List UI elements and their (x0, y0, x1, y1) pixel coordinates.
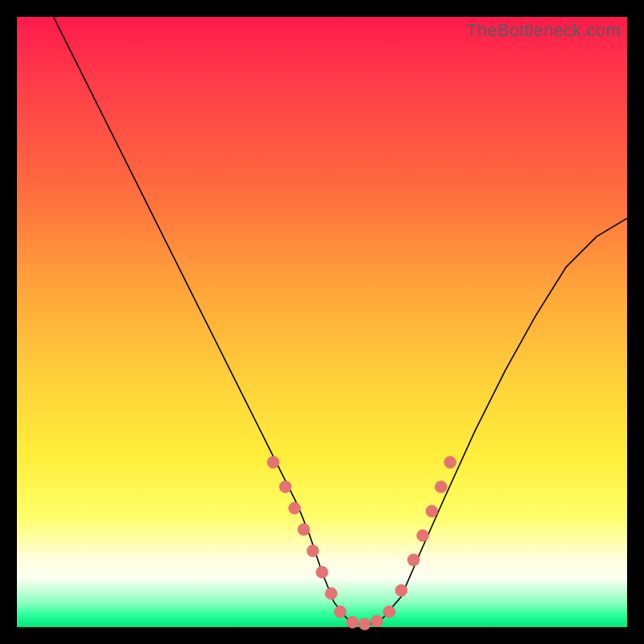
curve-marker (426, 506, 438, 518)
curve-markers (267, 456, 456, 630)
curve-marker (371, 615, 383, 627)
curve-marker (298, 523, 310, 535)
curve-marker (325, 588, 337, 600)
plot-area: TheBottleneck.com (17, 17, 627, 627)
curve-marker (267, 456, 279, 469)
chart-frame: TheBottleneck.com (0, 0, 644, 644)
curve-marker (346, 616, 358, 628)
curve-marker (316, 566, 328, 578)
curve-marker (359, 618, 371, 630)
curve-marker (279, 481, 291, 493)
curve-marker (288, 502, 300, 514)
curve-marker (395, 584, 407, 597)
curve-svg (17, 17, 627, 627)
bottleneck-curve (54, 17, 628, 624)
curve-marker (307, 545, 319, 557)
curve-marker (407, 554, 419, 566)
curve-marker (383, 606, 395, 618)
curve-marker (435, 481, 447, 493)
curve-marker (417, 530, 429, 542)
curve-marker (334, 606, 346, 618)
curve-marker (444, 456, 456, 469)
